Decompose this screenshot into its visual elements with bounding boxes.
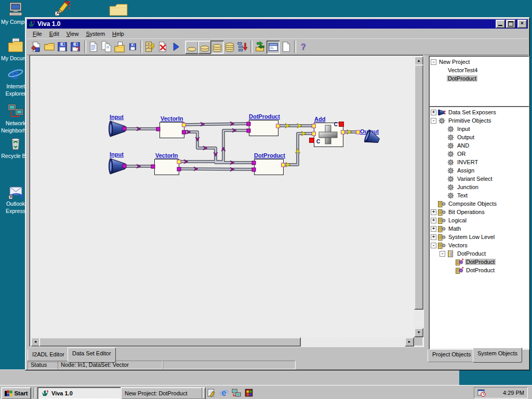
collapse-icon[interactable]: - [431, 118, 436, 124]
tree-item-math[interactable]: +Math [429, 224, 529, 233]
tree-item-or[interactable]: OR [429, 150, 529, 158]
clear-sheet-button[interactable] [156, 41, 169, 53]
output-pin[interactable] [182, 123, 186, 127]
output-pin[interactable] [177, 167, 181, 171]
tree-item-text[interactable]: Text [429, 191, 529, 200]
save-project-as-button[interactable]: ? [69, 41, 82, 53]
copy-sheet-button[interactable] [100, 41, 113, 53]
tree-item-new-project[interactable]: -New Project [429, 58, 529, 66]
save-project-button[interactable] [56, 41, 69, 53]
quick-launch-media[interactable] [244, 388, 254, 397]
output-pin[interactable] [123, 164, 126, 168]
output-pin[interactable] [177, 160, 181, 164]
vertical-scroll-thumb[interactable] [414, 64, 423, 310]
tree-item-assign[interactable]: Assign [429, 166, 529, 175]
tab-project-objects[interactable]: Project Objects [428, 350, 476, 362]
tree-item-dotproduct[interactable]: DotProduct [429, 74, 529, 83]
input-pin[interactable] [252, 168, 256, 171]
menu-help[interactable]: Help [109, 30, 128, 37]
output-pin[interactable] [341, 130, 345, 134]
collapse-icon[interactable]: - [440, 251, 445, 257]
start-button[interactable]: Start [1, 387, 31, 399]
new-page-button[interactable] [280, 41, 292, 53]
overlay-3-button[interactable] [210, 41, 224, 54]
tree-item-input[interactable]: Input [429, 125, 529, 133]
open-project-button[interactable] [43, 41, 56, 53]
output-pin[interactable] [282, 163, 285, 167]
block-dotproduct-2[interactable]: DotProduct [252, 152, 285, 175]
open-sheet-button[interactable] [113, 41, 126, 53]
control-pin[interactable] [310, 138, 314, 143]
minimize-button[interactable] [496, 20, 505, 28]
menu-file[interactable]: File [29, 30, 46, 37]
tree-item-data-set-exposers[interactable]: +Data Set Exposers [429, 108, 529, 116]
expand-icon[interactable]: + [431, 218, 436, 223]
tree-item-dotproduct[interactable]: DotProduct [429, 266, 529, 274]
tree-item-invert[interactable]: INVERT [429, 158, 529, 166]
input-pin[interactable] [312, 132, 316, 136]
input-pin[interactable] [156, 127, 160, 131]
run-button[interactable] [169, 41, 182, 53]
output-pin[interactable] [123, 127, 126, 130]
tree-item-vectors[interactable]: -Vectors [429, 241, 529, 249]
input-pin[interactable] [356, 130, 360, 134]
tree-item-junction[interactable]: Junction [429, 183, 529, 191]
new-sheet-button[interactable] [87, 41, 100, 53]
tree-item-system-low-level[interactable]: +System Low Level [429, 233, 529, 241]
overlay-2-button[interactable] [198, 41, 211, 54]
control-pin[interactable] [339, 122, 344, 127]
output-pin[interactable] [182, 130, 186, 134]
scheduler-tray-icon[interactable] [477, 389, 486, 397]
output-pin[interactable] [276, 124, 280, 128]
quick-launch-notes[interactable] [207, 388, 216, 397]
menu-view[interactable]: View [63, 30, 83, 37]
input-pin[interactable] [247, 129, 250, 132]
tree-item-variant-select[interactable]: Variant Select [429, 175, 529, 183]
build-button[interactable] [143, 41, 156, 53]
overlay-1-button[interactable] [185, 41, 198, 54]
tree-item-primitive-objects[interactable]: -Primitive Objects [429, 116, 529, 125]
tree-item-composite-objects[interactable]: Composite Objects [429, 200, 529, 208]
desktop-icon-pencil-shortcut[interactable] [49, 0, 78, 17]
input-pin[interactable] [151, 165, 155, 168]
input-pin[interactable] [252, 161, 256, 165]
collapse-icon[interactable]: - [431, 59, 436, 65]
expand-icon[interactable]: + [431, 234, 436, 240]
block-vectorin-2[interactable]: VectorIn [151, 152, 181, 175]
expand-icon[interactable]: + [431, 209, 436, 215]
tree-item-and[interactable]: AND [429, 141, 529, 150]
schematic-canvas[interactable]: Input Input VectorIn [31, 56, 414, 337]
tree-item-logical[interactable]: +Logical [429, 216, 529, 224]
save-sheet-button[interactable] [126, 41, 139, 53]
overlay-4-button[interactable] [223, 41, 236, 53]
canvas-horizontal-scrollbar[interactable]: ◄ ► [31, 337, 414, 345]
collapse-icon[interactable]: - [431, 243, 436, 248]
refresh-objects-button[interactable] [254, 41, 267, 53]
show-windows-button[interactable] [267, 41, 280, 54]
maximize-button[interactable] [506, 20, 515, 28]
block-dotproduct-1[interactable]: DotProduct [247, 113, 280, 136]
quick-launch-desktop-sync[interactable] [232, 388, 241, 397]
scroll-down-button[interactable]: ▼ [414, 328, 423, 337]
scroll-right-button[interactable]: ► [405, 337, 414, 347]
menu-system[interactable]: System [82, 30, 109, 37]
overlay-order-button[interactable] [236, 41, 248, 53]
tree-item-vectortest4[interactable]: VectorTest4 [429, 66, 529, 74]
taskbar-button-viva[interactable]: Viva 1.0 [37, 387, 125, 399]
tree-item-dotproduct[interactable]: -DotProduct [429, 249, 529, 258]
close-button[interactable]: × [517, 20, 527, 28]
tree-item-output[interactable]: Output [429, 133, 529, 141]
tab-data-set-editor[interactable]: Data Set Editor [68, 348, 116, 363]
tab-system-objects[interactable]: System Objects [473, 348, 522, 363]
desktop-icon-folder[interactable] [104, 2, 133, 17]
canvas-vertical-scrollbar[interactable]: ▲ ▼ [414, 56, 422, 337]
expand-icon[interactable]: + [431, 110, 436, 115]
help-button[interactable]: ? [297, 41, 310, 53]
quick-launch-internet-explorer[interactable]: e [219, 388, 229, 397]
input-pin[interactable] [247, 122, 250, 126]
menu-edit[interactable]: Edit [46, 30, 63, 37]
block-vectorin-1[interactable]: VectorIn [156, 115, 186, 138]
horizontal-scroll-thumb[interactable] [39, 337, 301, 347]
new-project-button[interactable] [30, 41, 43, 53]
input-pin[interactable] [312, 124, 316, 128]
